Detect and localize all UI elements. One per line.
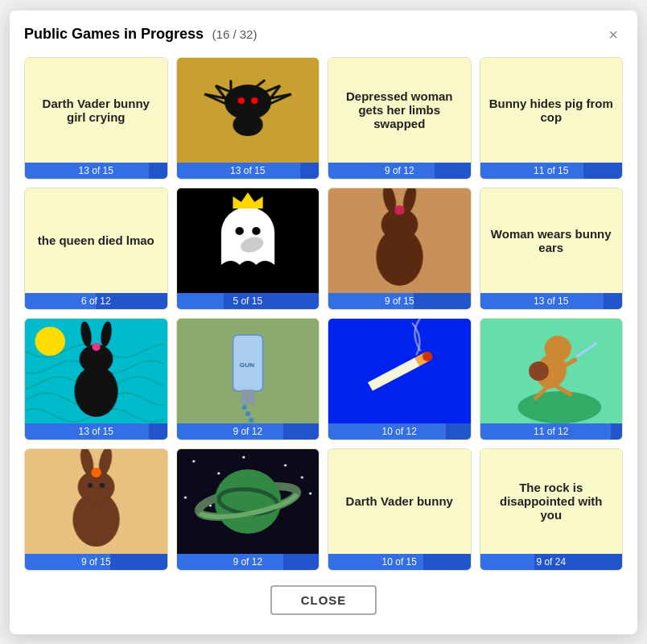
card-progress-text: 9 of 15 <box>385 295 414 307</box>
close-button[interactable]: CLOSE <box>270 585 377 615</box>
card-image <box>25 449 167 554</box>
card-progress: 13 of 15 <box>480 293 623 309</box>
card-label: The rock is disappointed with you <box>480 449 623 554</box>
card-progress-text: 10 of 12 <box>382 426 417 437</box>
card-progress-text: 5 of 15 <box>233 295 262 307</box>
games-grid: Darth Vader bunny girl crying13 of 1513 … <box>24 57 623 571</box>
game-card[interactable]: Woman wears bunny ears13 of 15 <box>480 188 624 310</box>
card-progress: 13 of 15 <box>25 163 167 179</box>
card-image <box>328 319 471 423</box>
card-progress: 10 of 15 <box>328 554 471 570</box>
card-progress: 9 of 12 <box>177 554 319 570</box>
card-progress-text: 9 of 12 <box>385 165 414 176</box>
card-progress-text: 13 of 15 <box>534 295 568 307</box>
card-progress: 11 of 15 <box>480 163 623 179</box>
card-progress-text: 9 of 12 <box>233 556 262 568</box>
game-card[interactable]: Depressed woman gets her limbs swapped9 … <box>328 57 472 180</box>
card-progress: 6 of 12 <box>25 293 167 309</box>
card-progress-text: 11 of 15 <box>534 165 568 176</box>
card-progress: 10 of 12 <box>328 423 471 440</box>
card-label: Darth Vader bunny girl crying <box>25 58 167 163</box>
card-progress-text: 13 of 15 <box>230 165 265 176</box>
card-image <box>177 319 319 423</box>
game-card[interactable]: Darth Vader bunny10 of 15 <box>328 448 472 571</box>
card-progress-text: 11 of 12 <box>534 426 568 437</box>
game-card[interactable]: 5 of 15 <box>176 188 320 310</box>
card-progress: 13 of 15 <box>177 163 319 179</box>
card-progress: 13 of 15 <box>25 423 167 440</box>
card-label: Depressed woman gets her limbs swapped <box>328 58 471 163</box>
card-label: the queen died lmao <box>25 188 167 293</box>
card-image <box>177 188 319 293</box>
card-progress-text: 9 of 24 <box>536 556 566 568</box>
card-progress-text: 13 of 15 <box>79 426 113 437</box>
card-progress-text: 10 of 15 <box>382 556 417 568</box>
game-card[interactable]: 9 of 15 <box>328 188 472 310</box>
modal-header: Public Games in Progress (16 / 32) × <box>24 25 623 44</box>
game-card[interactable]: 9 of 12 <box>176 448 320 571</box>
game-card[interactable]: Bunny hides pig from cop11 of 15 <box>480 57 624 180</box>
game-card[interactable]: 10 of 12 <box>328 318 472 440</box>
card-image <box>25 319 167 423</box>
card-progress: 9 of 12 <box>328 163 471 179</box>
card-image <box>177 58 319 163</box>
modal-close-x-button[interactable]: × <box>604 25 623 44</box>
game-card[interactable]: The rock is disappointed with you9 of 24 <box>480 448 624 571</box>
game-card[interactable]: 9 of 15 <box>24 448 168 571</box>
card-progress: 5 of 15 <box>177 293 319 309</box>
card-label: Darth Vader bunny <box>328 449 471 554</box>
card-progress-text: 9 of 12 <box>233 426 262 437</box>
card-progress: 9 of 12 <box>177 423 319 440</box>
card-progress: 9 of 15 <box>25 554 167 570</box>
card-progress: 9 of 24 <box>480 554 623 570</box>
card-image <box>480 319 623 423</box>
card-progress-text: 9 of 15 <box>81 556 111 568</box>
game-card[interactable]: Darth Vader bunny girl crying13 of 15 <box>24 57 168 180</box>
game-card[interactable]: 9 of 12 <box>176 318 320 440</box>
card-progress-text: 6 of 12 <box>81 295 111 307</box>
modal-title: Public Games in Progress (16 / 32) <box>24 26 257 43</box>
card-progress-text: 13 of 15 <box>79 165 113 176</box>
game-card[interactable]: the queen died lmao6 of 12 <box>24 188 168 310</box>
game-card[interactable]: 11 of 12 <box>480 318 624 440</box>
game-card[interactable]: 13 of 15 <box>24 318 168 440</box>
modal: Public Games in Progress (16 / 32) × Dar… <box>10 10 637 634</box>
card-image <box>328 188 471 293</box>
card-progress: 11 of 12 <box>480 423 623 440</box>
card-progress: 9 of 15 <box>328 293 471 309</box>
card-label: Woman wears bunny ears <box>480 188 623 293</box>
game-card[interactable]: 13 of 15 <box>176 57 320 180</box>
card-image <box>177 449 319 554</box>
card-label: Bunny hides pig from cop <box>480 58 623 163</box>
